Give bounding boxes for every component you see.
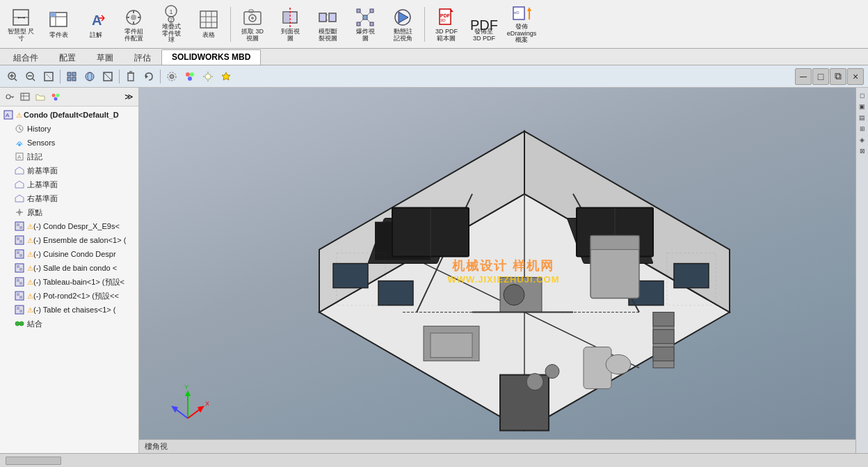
tab-assembly[interactable]: 組合件 bbox=[3, 49, 49, 65]
tab-evaluate[interactable]: 評估 bbox=[124, 49, 161, 65]
fit-view-btn[interactable] bbox=[40, 68, 57, 85]
effects-btn[interactable] bbox=[218, 68, 234, 85]
table-btn[interactable]: 表格 bbox=[191, 3, 227, 45]
comp3-icon bbox=[14, 248, 25, 260]
min-btn[interactable]: ─ bbox=[795, 68, 812, 85]
svg-text:A: A bbox=[6, 112, 10, 118]
model-break-btn[interactable]: 模型斷裂視圖 bbox=[310, 3, 346, 45]
3dpdf-btn[interactable]: PDF 3D 3D PDF範本圖 bbox=[428, 3, 465, 45]
tree-item-history[interactable]: History bbox=[0, 122, 138, 136]
zoom-in-btn[interactable] bbox=[4, 68, 21, 85]
color-btn[interactable] bbox=[182, 68, 198, 85]
svg-marker-108 bbox=[15, 195, 24, 202]
root-icon: A bbox=[3, 109, 14, 120]
view-orient-btn[interactable] bbox=[63, 68, 80, 85]
light-btn[interactable] bbox=[200, 68, 216, 85]
svg-rect-120 bbox=[19, 254, 22, 257]
comp5-warning: ⚠ bbox=[27, 278, 33, 286]
annotation-btn[interactable]: A 註解 bbox=[78, 3, 114, 45]
capture-3d-label: 抓取 3D視圖 bbox=[241, 29, 264, 42]
tab-mbd[interactable]: SOLIDWORKS MBD bbox=[161, 49, 261, 65]
tree-item-right-plane[interactable]: 右基準面 bbox=[0, 191, 138, 205]
panel-icon-row: ≫ bbox=[0, 88, 138, 106]
svg-rect-21 bbox=[200, 11, 217, 28]
comp2-icon bbox=[14, 235, 25, 246]
tab-sketch[interactable]: 草圖 bbox=[86, 49, 124, 65]
panel-expand-btn[interactable]: ≫ bbox=[122, 90, 136, 104]
tree-item-comp1[interactable]: ⚠ (-) Condo Despr_X_E9s< bbox=[0, 219, 138, 233]
building-3d bbox=[264, 110, 785, 444]
explode-view-label: 爆炸視圖 bbox=[356, 29, 375, 42]
svg-text:Y: Y bbox=[184, 383, 188, 390]
tree-item-root[interactable]: A ⚠ Condo (Default<Default_D bbox=[0, 108, 138, 122]
section-view-btn[interactable]: 到面視圖 bbox=[272, 3, 308, 45]
explode-view-btn[interactable]: 爆炸視圖 bbox=[347, 3, 383, 45]
svg-point-167 bbox=[527, 373, 543, 390]
part-table-btn[interactable]: 零件表 bbox=[40, 3, 77, 45]
tree-item-comp7[interactable]: ⚠ (-) Table et chaises<1> ( bbox=[0, 303, 138, 317]
publish-3dpdf-btn[interactable]: 3DPDF 發佈至3D PDF bbox=[466, 3, 502, 45]
svg-rect-74 bbox=[128, 73, 134, 81]
panel-icon-list[interactable] bbox=[18, 90, 32, 104]
svg-marker-88 bbox=[222, 72, 230, 80]
svg-point-80 bbox=[186, 72, 190, 77]
close-btn[interactable]: × bbox=[847, 68, 864, 85]
svg-rect-123 bbox=[19, 268, 22, 271]
tree-item-comp3[interactable]: ⚠ (-) Cuisine Condo Despr bbox=[0, 247, 138, 261]
tree-item-front-plane[interactable]: 前基準面 bbox=[0, 164, 138, 177]
origin-icon bbox=[14, 207, 25, 218]
panel-icon-key[interactable] bbox=[3, 90, 17, 104]
viewport-label: 樓角視 bbox=[139, 439, 868, 453]
tree-item-comp6[interactable]: ⚠ (-) Pot-rond2<1> (預設<< bbox=[0, 289, 138, 303]
panel-icon-color[interactable] bbox=[49, 90, 63, 104]
tree-item-top-plane[interactable]: 上基準面 bbox=[0, 177, 138, 191]
mate-label: 結合 bbox=[27, 319, 42, 329]
smart-dim-label: 智慧型 尺寸 bbox=[5, 29, 37, 42]
smart-dim-btn[interactable]: ⟷ 智慧型 尺寸 bbox=[3, 3, 39, 45]
publish-edraw-btn[interactable]: eD 發佈eDrawings概案 bbox=[504, 3, 540, 45]
comp2-warning: ⚠ bbox=[27, 237, 33, 244]
comp7-label: (-) Table et chaises<1> ( bbox=[33, 306, 115, 314]
stack-balloon-btn[interactable]: 1 2 堆疊式零件號球 bbox=[153, 3, 189, 45]
status-scrollbar[interactable] bbox=[6, 457, 61, 465]
svg-rect-66 bbox=[67, 72, 71, 76]
mini-btn-2[interactable]: ▣ bbox=[858, 102, 867, 111]
window-controls: ─ □ ⧉ × bbox=[795, 68, 864, 85]
comp6-warning: ⚠ bbox=[27, 292, 33, 300]
shaded-btn[interactable] bbox=[81, 68, 98, 85]
zoom-out-btn[interactable] bbox=[22, 68, 39, 85]
part-config-btn[interactable]: 零件組件配置 bbox=[115, 3, 152, 45]
tab-config[interactable]: 配置 bbox=[49, 49, 86, 65]
tree-item-note[interactable]: A 註記 bbox=[0, 150, 138, 164]
svg-point-78 bbox=[170, 74, 174, 79]
delete-btn[interactable] bbox=[122, 68, 139, 85]
max-btn[interactable]: □ bbox=[812, 68, 829, 85]
tree-item-sensors[interactable]: Sensors bbox=[0, 136, 138, 150]
tree-item-origin[interactable]: 原點 bbox=[0, 205, 138, 219]
mini-btn-4[interactable]: ⊞ bbox=[858, 124, 867, 134]
mini-btn-3[interactable]: ▤ bbox=[858, 113, 867, 122]
tree-item-mate[interactable]: 結合 bbox=[0, 317, 138, 331]
tree-item-comp2[interactable]: ⚠ (-) Ensemble de salon<1> ( bbox=[0, 233, 138, 247]
panel-icon-folder[interactable] bbox=[33, 90, 47, 104]
svg-point-145 bbox=[504, 284, 524, 305]
animate-btn[interactable]: 動態註記視角 bbox=[385, 3, 421, 45]
part-table-icon bbox=[47, 8, 70, 31]
model-break-icon bbox=[316, 6, 339, 29]
right-mini-toolbar: ◻ ▣ ▤ ⊞ ◈ ⊠ bbox=[855, 88, 868, 453]
wireframe-btn[interactable] bbox=[99, 68, 116, 85]
mini-btn-6[interactable]: ⊠ bbox=[858, 146, 867, 156]
svg-line-73 bbox=[104, 72, 112, 81]
tree-item-comp5[interactable]: ⚠ (-) Tableau-bain<1> (預設< bbox=[0, 275, 138, 289]
tree-item-comp4[interactable]: ⚠ (-) Salle de bain condo < bbox=[0, 261, 138, 275]
settings-btn[interactable] bbox=[163, 68, 180, 85]
svg-line-65 bbox=[47, 74, 51, 79]
svg-rect-147 bbox=[431, 333, 472, 357]
viewport[interactable]: 机械设计 样机网 WWW.JIXIEZHUJI.COM Y X ◻ ▣ ▤ ⊞ … bbox=[139, 88, 868, 453]
undo-btn[interactable] bbox=[140, 68, 157, 85]
mini-btn-5[interactable]: ◈ bbox=[858, 135, 867, 145]
tree-area[interactable]: A ⚠ Condo (Default<Default_D History S bbox=[0, 106, 138, 453]
capture-3d-btn[interactable]: 抓取 3D視圖 bbox=[234, 3, 271, 45]
mini-btn-1[interactable]: ◻ bbox=[858, 90, 867, 100]
restore-btn[interactable]: ⧉ bbox=[830, 68, 846, 85]
